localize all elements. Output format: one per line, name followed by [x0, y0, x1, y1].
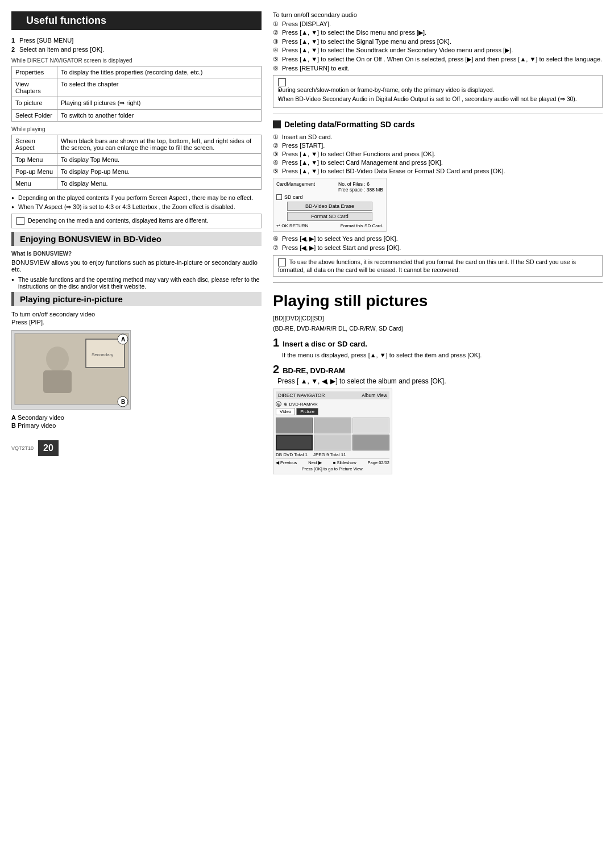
album-screen: DIRECT NAVIGATOR Album View ⊕ ⊕ DVD-RAM/…	[273, 389, 392, 474]
step2-sub: Press [ ▲, ▼, ◀, ▶] to select the album …	[273, 377, 603, 385]
svg-text:Secondary: Secondary	[92, 352, 113, 357]
svg-rect-2	[43, 370, 72, 393]
page-number: 20	[38, 440, 59, 456]
thumb-5	[314, 435, 351, 450]
disc-types-2: (BD-RE, DVD-RAM/R/R DL, CD-R/RW, SD Card…	[273, 325, 603, 332]
svg-point-1	[46, 347, 69, 372]
bonusview-note: The usable functions and the operating m…	[11, 276, 262, 290]
page-layout: Useful functions 1 Press [SUB MENU] 2 Se…	[11, 11, 603, 478]
deleting-section: Deleting data/Formatting SD cards ① Inse…	[273, 120, 603, 277]
album-footer-ok: Press [OK] to go to Picture View.	[276, 466, 389, 471]
main-step-1: 1 Press [SUB MENU]	[11, 37, 262, 44]
dvd-icon: ⊕	[276, 401, 281, 407]
info-box-1: Depending on the media and contents, dis…	[11, 214, 262, 228]
deleting-info-box: To use the above functions, it is recomm…	[273, 255, 603, 277]
album-thumbnails	[276, 418, 389, 450]
secondary-audio-notes: During search/slow-motion or frame-by-fr…	[273, 75, 603, 108]
list-item: ⑦ Press [◀, ▶] to select Start and press…	[273, 244, 603, 252]
info-icon-2	[278, 78, 286, 86]
list-item: ③ Press [▲, ▼] to select Other Functions…	[273, 151, 603, 157]
list-item: ② Press [START].	[273, 142, 603, 149]
list-item: ⑤ Press [▲, ▼] to select BD-Video Data E…	[273, 168, 603, 174]
sd-btn-2: Format SD Card	[287, 212, 372, 221]
thumb-2	[314, 418, 351, 433]
album-header: DIRECT NAVIGATOR Album View	[276, 391, 389, 399]
pip-image-container: Secondary A B	[11, 330, 131, 411]
sec-audio-note-1: During search/slow-motion or frame-by-fr…	[278, 86, 598, 93]
svg-text:A: A	[121, 336, 125, 343]
while-playing-label: While playing	[11, 126, 262, 132]
svg-text:B: B	[121, 399, 125, 405]
step1-row: 1 Insert a disc or SD card.	[273, 336, 603, 349]
checkbox-icon	[276, 194, 282, 200]
list-item: ① Press [DISPLAY].	[273, 20, 603, 27]
table-row: Pop-up Menu To display Pop-up Menu.	[12, 166, 262, 178]
useful-functions-title: Useful functions	[11, 11, 262, 30]
right-column: To turn on/off secondary audio ① Press […	[273, 11, 603, 478]
table-row: Menu To display Menu.	[12, 178, 262, 190]
list-item: ① Insert an SD card.	[273, 133, 603, 140]
step1-note: If the menu is displayed, press [▲, ▼] t…	[273, 352, 603, 358]
playing-still-section: Playing still pictures [BD][DVD][CD][SD]…	[273, 292, 603, 474]
sd-checkbox-row: SD card	[276, 194, 383, 200]
sd-card-screen: CardManagement No. of Files : 6 Free spa…	[273, 178, 387, 232]
step2-text: BD-RE, DVD-RAM	[283, 366, 345, 375]
list-item: ③ Press [▲, ▼] to select the Signal Type…	[273, 38, 603, 45]
step1-number: 1	[273, 336, 279, 349]
vqt-label: VQT2T10	[11, 445, 34, 451]
while-direct-label: While DIRECT NAVIGATOR screen is display…	[11, 57, 262, 64]
tab-video: Video	[276, 408, 295, 415]
deleting-steps-2: ⑥ Press [◀, ▶] to select Yes and press […	[273, 235, 603, 252]
sd-header: CardManagement No. of Files : 6 Free spa…	[276, 181, 383, 193]
table-row: Select Folder To switch to another folde…	[12, 110, 262, 122]
thumb-6	[352, 435, 389, 450]
pip-instruction: Press [PIP].	[11, 319, 262, 326]
album-tabs: Video Picture	[276, 408, 389, 415]
playing-still-title: Playing still pictures	[273, 292, 603, 310]
thumb-4	[276, 435, 313, 450]
sd-footer: ↩ OK RETURN Format this SD Card.	[276, 223, 383, 228]
thumb-1	[276, 418, 313, 433]
secondary-audio-section: To turn on/off secondary audio ① Press […	[273, 11, 603, 108]
tab-picture: Picture	[296, 408, 318, 415]
list-item: ④ Press [▲, ▼] to select Card Management…	[273, 159, 603, 166]
list-item: ② Press [▲, ▼] to select the Disc menu a…	[273, 29, 603, 36]
table-row: Top Menu To display Top Menu.	[12, 154, 262, 166]
bonusview-description: BONUSVIEW allows you to enjoy functions …	[11, 259, 262, 273]
sec-audio-note-2: When BD-Video Secondary Audio in Digital…	[278, 95, 598, 102]
useful-functions-section: Useful functions 1 Press [SUB MENU] 2 Se…	[11, 11, 262, 228]
album-footer: ◀ Previous Next ▶ ■ Slideshow Page 02/02	[276, 458, 389, 465]
what-bonusview-label: What is BONUSVIEW?	[11, 251, 262, 257]
step2-number: 2	[273, 363, 279, 376]
bonusview-title: Enjoying BONUSVIEW in BD-Video	[11, 232, 262, 246]
divider-2	[273, 282, 603, 283]
table-row: View Chapters To select the chapter	[12, 78, 262, 97]
list-item: ⑤ Press [▲, ▼] to select the On or Off .…	[273, 56, 603, 63]
page-footer: VQT2T10 20	[11, 440, 262, 456]
bonusview-section: Enjoying BONUSVIEW in BD-Video What is B…	[11, 232, 262, 290]
pip-title: Playing picture-in-picture	[11, 292, 262, 306]
pip-label: To turn on/off secondary video	[11, 311, 262, 318]
table-row: To picture Playing still pictures (⇒ rig…	[12, 97, 262, 110]
secondary-audio-label: To turn on/off secondary audio	[273, 11, 603, 18]
note-1: Depending on the played contents if you …	[11, 194, 262, 201]
list-item: ④ Press [▲, ▼] to select the Soundtrack …	[273, 47, 603, 54]
album-source: ⊕ ⊕ DVD-RAM/VR	[276, 401, 389, 407]
direct-navigator-table: Properties To display the titles propert…	[11, 66, 262, 122]
sd-btn-1: BD-Video Data Erase	[287, 202, 372, 211]
list-item: ⑥ Press [◀, ▶] to select Yes and press […	[273, 235, 603, 243]
deleting-title: Deleting data/Formatting SD cards	[273, 120, 603, 129]
pip-diagram: Secondary A B	[11, 330, 131, 410]
label-b: B Primary video	[11, 422, 262, 429]
info-icon	[16, 217, 24, 225]
secondary-audio-steps: ① Press [DISPLAY]. ② Press [▲, ▼] to sel…	[273, 20, 603, 72]
left-column: Useful functions 1 Press [SUB MENU] 2 Se…	[11, 11, 262, 478]
step2-row: 2 BD-RE, DVD-RAM	[273, 363, 603, 376]
thumb-3	[352, 418, 389, 433]
black-square-icon	[273, 120, 281, 128]
album-info-row: DB DVD Total 1 JPEG 9 Total 11	[276, 452, 389, 457]
table-row: Properties To display the titles propert…	[12, 66, 262, 78]
deleting-steps-1: ① Insert an SD card. ② Press [START]. ③ …	[273, 133, 603, 174]
divider-1	[273, 114, 603, 114]
info-icon-3	[278, 258, 286, 266]
